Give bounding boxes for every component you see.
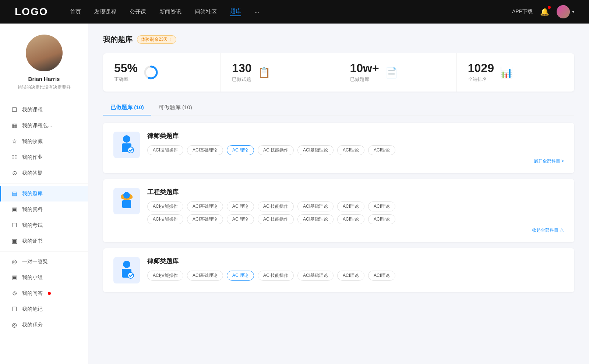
page-title: 我的题库 <box>103 35 133 44</box>
nav-more[interactable]: ··· <box>254 9 259 15</box>
sidebar-item-favorites[interactable]: ☆ 我的收藏 <box>0 133 88 149</box>
bank-engineer1-tags-row2: ACI技能操作 ACI基础理论 ACI理论 ACI技能操作 ACI基础理论 AC… <box>147 214 564 224</box>
svg-point-4 <box>128 147 134 153</box>
sidebar-label-exam: 我的考试 <box>22 222 43 229</box>
tab-available[interactable]: 可做题库 (10) <box>151 100 200 115</box>
sidebar-item-notes[interactable]: ☐ 我的笔记 <box>0 301 88 317</box>
favorites-icon: ☆ <box>11 138 18 145</box>
tab-bar: 已做题库 (10) 可做题库 (10) <box>103 100 574 115</box>
bank-card-lawyer2: 律师类题库 ACI技能操作 ACI基础理论 ACI理论 ACI技能操作 ACI基… <box>103 248 574 292</box>
bank-tag[interactable]: ACI技能操作 <box>258 214 294 224</box>
nav-discover[interactable]: 发现课程 <box>94 8 116 15</box>
ranking-chart-icon: 📊 <box>500 67 513 79</box>
bank-tag[interactable]: ACI基础理论 <box>297 271 334 281</box>
bank-tag[interactable]: ACI技能操作 <box>147 271 183 281</box>
sidebar-item-coursepack[interactable]: ▦ 我的课程包... <box>0 118 88 133</box>
bank-tag[interactable]: ACI基础理论 <box>187 145 223 155</box>
stat-banks-label: 已做题库 <box>350 76 379 83</box>
bank-tag-active[interactable]: ACI理论 <box>227 271 254 281</box>
bank-tag[interactable]: ACI技能操作 <box>147 145 183 155</box>
bank-tag[interactable]: ACI理论 <box>368 145 395 155</box>
bank-tag[interactable]: ACI理论 <box>337 145 364 155</box>
bank-tag[interactable]: ACI技能操作 <box>147 214 183 224</box>
sidebar-item-homework[interactable]: ☷ 我的作业 <box>0 149 88 165</box>
sidebar-item-points[interactable]: ◎ 我的积分 <box>0 317 88 333</box>
stat-accuracy-text: 55% 正确率 <box>114 62 138 83</box>
bank-tag[interactable]: ACI技能操作 <box>258 145 294 155</box>
sidebar-label-cert: 我的证书 <box>22 238 43 245</box>
app-download-link[interactable]: APP下载 <box>512 8 533 15</box>
sidebar-item-exam[interactable]: ☐ 我的考试 <box>0 217 88 233</box>
svg-point-10 <box>123 261 130 268</box>
bank-tag[interactable]: ACI基础理论 <box>187 214 223 224</box>
nav-news[interactable]: 新闻资讯 <box>159 8 181 15</box>
stat-ranking-label: 全站排名 <box>468 76 494 83</box>
cert-icon: ▣ <box>11 238 18 245</box>
bank-tag[interactable]: ACI理论 <box>337 201 364 211</box>
stat-ranking-number: 1029 <box>468 62 494 74</box>
answers-icon: ⊙ <box>11 169 18 176</box>
bank-tag[interactable]: ACI理论 <box>227 214 254 224</box>
bank-tag[interactable]: ACI基础理论 <box>297 214 334 224</box>
svg-rect-9 <box>122 200 131 208</box>
bank-card-engineer1: 工程类题库 ACI技能操作 ACI基础理论 ACI理论 ACI技能操作 ACI基… <box>103 179 574 242</box>
bank-tag[interactable]: ACI技能操作 <box>258 201 294 211</box>
lawyer-icon-wrapper <box>113 132 140 158</box>
nav-qa[interactable]: 问答社区 <box>195 8 217 15</box>
sidebar-item-exambank[interactable]: ▤ 我的题库 <box>0 186 88 201</box>
sidebar-item-resources[interactable]: ▣ 我的资料 <box>0 201 88 217</box>
sidebar-item-group[interactable]: ▣ 我的小组 <box>0 270 88 285</box>
stat-banks-number: 10w+ <box>350 62 379 74</box>
nav-home[interactable]: 首页 <box>70 8 81 15</box>
sidebar-item-cert[interactable]: ▣ 我的证书 <box>0 233 88 249</box>
bank-tag-active[interactable]: ACI理论 <box>227 145 254 155</box>
bank-tag[interactable]: ACI理论 <box>368 201 395 211</box>
notification-bell[interactable]: 🔔 <box>540 7 549 16</box>
tab-done[interactable]: 已做题库 (10) <box>103 100 151 115</box>
profile-name: Brian Harris <box>28 76 60 82</box>
nav-exam[interactable]: 题库 <box>230 8 241 16</box>
stat-questions: 130 已做试题 📋 <box>221 53 339 92</box>
expand-link-lawyer1[interactable]: 展开全部科目 > <box>147 158 564 164</box>
sidebar-label-tutoring: 一对一答疑 <box>22 258 48 265</box>
sidebar-item-course[interactable]: ☐ 我的课程 <box>0 102 88 118</box>
bank-lawyer1-content: 律师类题库 ACI技能操作 ACI基础理论 ACI理论 ACI技能操作 ACI基… <box>147 132 564 164</box>
bank-tag[interactable]: ACI技能操作 <box>258 271 294 281</box>
banks-doc-icon: 📄 <box>385 67 398 79</box>
bank-tag[interactable]: ACI理论 <box>227 201 254 211</box>
bank-tag[interactable]: ACI基础理论 <box>297 201 334 211</box>
bank-tag[interactable]: ACI理论 <box>337 214 364 224</box>
bank-tag[interactable]: ACI理论 <box>337 271 364 281</box>
resources-icon: ▣ <box>11 206 18 213</box>
sidebar-item-myqa[interactable]: ⊚ 我的问答 <box>0 285 88 301</box>
bank-lawyer2-tags: ACI技能操作 ACI基础理论 ACI理论 ACI技能操作 ACI基础理论 AC… <box>147 271 564 281</box>
nav-open-course[interactable]: 公开课 <box>130 8 146 15</box>
sidebar-item-tutoring[interactable]: ◎ 一对一答疑 <box>0 254 88 270</box>
bank-tag[interactable]: ACI技能操作 <box>147 201 183 211</box>
stat-accuracy: 55% 正确率 <box>103 53 221 92</box>
svg-point-2 <box>123 135 130 143</box>
lawyer2-icon-wrapper <box>113 257 140 283</box>
page-wrapper: Brian Harris 错误的决定比没有决定要好 ☐ 我的课程 ▦ 我的课程包… <box>0 24 589 364</box>
header: LOGO 首页 发现课程 公开课 新闻资讯 问答社区 题库 ··· APP下载 … <box>0 0 589 24</box>
bank-card-engineer1-header: 工程类题库 ACI技能操作 ACI基础理论 ACI理论 ACI技能操作 ACI基… <box>113 188 564 233</box>
stat-questions-text: 130 已做试题 <box>232 62 251 83</box>
sidebar-item-answers[interactable]: ⊙ 我的答疑 <box>0 165 88 181</box>
qa-notification-dot <box>48 292 51 295</box>
notes-icon: ☐ <box>11 306 18 313</box>
points-icon: ◎ <box>11 321 18 328</box>
bank-tag[interactable]: ACI基础理论 <box>187 271 223 281</box>
bank-tag[interactable]: ACI理论 <box>368 214 395 224</box>
user-avatar-wrapper[interactable]: ▾ <box>557 5 574 18</box>
stats-row: 55% 正确率 130 已做试题 📋 10w+ <box>103 53 574 92</box>
myqa-icon: ⊚ <box>11 290 18 297</box>
main-content: 我的题库 体验剩余23天！ 55% 正确率 130 已做试题 <box>88 24 589 364</box>
bank-tag[interactable]: ACI理论 <box>368 271 395 281</box>
stat-questions-label: 已做试题 <box>232 76 251 83</box>
bank-tag[interactable]: ACI基础理论 <box>297 145 334 155</box>
bank-tag[interactable]: ACI基础理论 <box>187 201 223 211</box>
collapse-link-engineer1[interactable]: 收起全部科目 △ <box>147 227 564 233</box>
sidebar-label-favorites: 我的收藏 <box>22 138 43 145</box>
tutoring-icon: ◎ <box>11 258 18 265</box>
menu-divider2 <box>0 251 88 251</box>
